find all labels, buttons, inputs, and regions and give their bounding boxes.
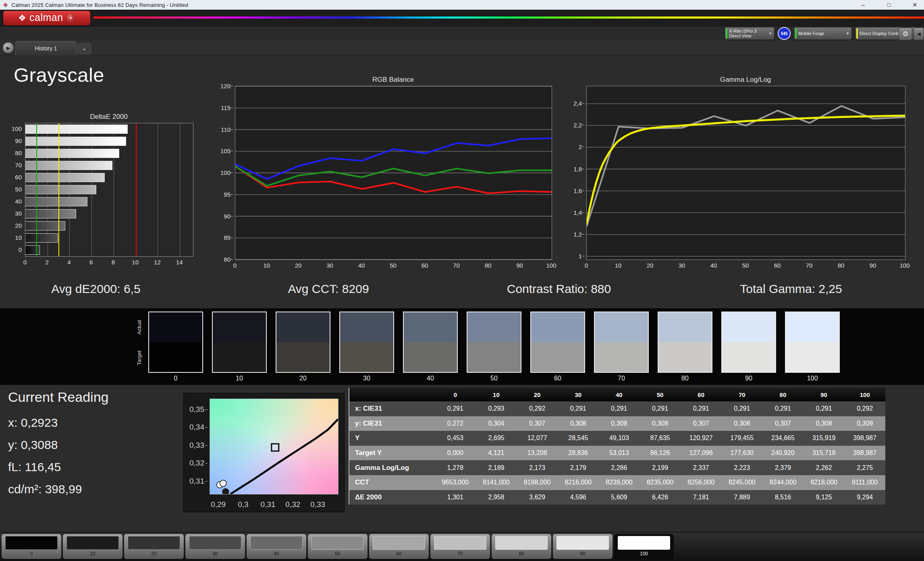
axis-tick-label: 0,29 — [211, 500, 226, 509]
patch-button-90[interactable]: 90 — [553, 534, 613, 559]
device-sublabel: Direct View — [729, 33, 774, 38]
gamma-x-axis: 0102030405060708090100 — [586, 262, 905, 271]
spectrum-gradient-bar — [93, 17, 924, 19]
menu-bar: ❖ calman ▼ — [0, 10, 924, 27]
axis-tick-label: 90 — [224, 212, 230, 219]
actual-color — [595, 312, 648, 342]
axis-tick-label: 50 — [390, 262, 397, 269]
table-cell: 8235,000 — [640, 479, 681, 486]
table-cell: 0,000 — [435, 449, 476, 457]
table-cell: 0,308 — [599, 420, 640, 427]
axis-tick — [205, 427, 208, 428]
patch-button-70[interactable]: 70 — [430, 534, 490, 559]
patch-level-label: 100 — [614, 551, 674, 557]
maximize-icon[interactable]: □ — [884, 2, 894, 8]
axis-tick — [230, 216, 233, 216]
table-row-label: Gamma Log/Log — [349, 464, 435, 472]
axis-tick — [230, 194, 233, 195]
axis-tick-label: 60 — [2, 171, 22, 183]
axis-tick-label: 0,35 — [189, 405, 204, 414]
settings-button[interactable]: ⚙ — [899, 27, 912, 40]
table-cell: 0,291 — [435, 405, 476, 412]
axis-tick — [230, 259, 233, 260]
calman-menu-button[interactable]: ❖ calman ▼ — [3, 11, 90, 25]
table-cell: 179,455 — [721, 434, 762, 442]
rgb-x-axis: 0102030405060708090100 — [235, 262, 551, 271]
deltae-bar-60 — [25, 173, 105, 182]
table-cell: 4,596 — [558, 494, 599, 501]
table-cell: 0,292 — [517, 405, 558, 412]
axis-tick-label: 30 — [326, 262, 333, 269]
axis-tick-label: 0,3 — [238, 500, 248, 509]
device-status-stripe — [726, 28, 727, 39]
table-cell: 2,695 — [476, 434, 517, 442]
app-icon: ❖ — [3, 2, 8, 8]
table-cell: 120,927 — [681, 434, 722, 442]
axis-tick-label: 0,31 — [189, 477, 204, 486]
tab-history-1[interactable]: History 1 — [15, 41, 77, 55]
patch-swatch — [128, 536, 180, 550]
table-cell: 1,278 — [435, 464, 476, 472]
collapse-left-icon: ◀ — [917, 31, 920, 37]
axis-tick-label: 2 — [579, 143, 582, 150]
add-tab-icon: + — [83, 46, 86, 52]
axis-tick-label: 2,4 — [573, 100, 582, 107]
swatch-level-label: 40 — [403, 375, 458, 382]
table-cell: 2,179 — [558, 464, 599, 472]
axis-tick-label: 1,8 — [573, 165, 582, 172]
add-tab-button[interactable]: + — [77, 43, 91, 54]
axis-tick-label: 10 — [132, 259, 139, 266]
patch-button-60[interactable]: 60 — [369, 534, 429, 559]
axis-tick-label: 20 — [647, 262, 654, 269]
patch-button-20[interactable]: 20 — [124, 534, 184, 559]
target-row-label: Target — [136, 343, 144, 373]
table-row: ΔE 20001,3012,9583,6294,5965,6096,4267,1… — [349, 490, 885, 505]
gamma-chart-title: Gamma Log/Log — [586, 76, 905, 84]
table-cell: 2,286 — [599, 464, 640, 472]
deltae-bar-100 — [25, 125, 128, 134]
table-header-cell: 0 — [435, 391, 476, 398]
table-cell: 8111,000 — [844, 479, 885, 486]
meter-device-1[interactable]: Mobile Forge▼ — [794, 27, 852, 40]
meter-device-bar: X-Rite i1Pro 3Direct View▼545Mobile Forg… — [725, 27, 920, 40]
collapse-panel-button[interactable]: ◀ — [914, 27, 924, 40]
grayscale-swatch-100 — [785, 312, 840, 373]
deltae-bar-80 — [25, 149, 119, 158]
table-header-cell: 10 — [476, 391, 517, 398]
patch-swatch — [434, 536, 486, 550]
actual-color — [722, 312, 775, 342]
minimize-icon[interactable]: – — [858, 2, 868, 8]
rgb-balance-plot — [235, 86, 552, 260]
table-cell: 0,308 — [804, 420, 845, 427]
close-icon[interactable]: ✕ — [909, 2, 920, 8]
meter-device-0[interactable]: X-Rite i1Pro 3Direct View▼ — [725, 27, 774, 40]
swatch-level-label: 50 — [467, 375, 521, 382]
table-cell: 0,307 — [681, 420, 722, 427]
grayscale-swatch-60 — [530, 312, 585, 373]
table-cell: 0,291 — [762, 405, 804, 412]
patch-button-80[interactable]: 80 — [492, 534, 551, 559]
patch-button-30[interactable]: 30 — [185, 534, 245, 559]
table-header-cell: 100 — [844, 391, 885, 398]
meter-count-badge[interactable]: 545 — [778, 27, 791, 40]
axis-tick-label: 0 — [23, 259, 27, 266]
axis-tick-label: 80 — [485, 262, 492, 269]
target-color — [658, 342, 712, 372]
gridline — [158, 123, 158, 256]
actual-color — [149, 312, 202, 342]
deltae-bar-10 — [25, 233, 58, 243]
patch-button-40[interactable]: 40 — [247, 534, 306, 559]
axis-tick-label: 10 — [615, 262, 622, 269]
device-label: Mobile Forge — [798, 31, 851, 36]
reference-line — [58, 123, 59, 256]
patch-button-50[interactable]: 50 — [308, 534, 368, 559]
patch-button-0[interactable]: 0 — [2, 534, 61, 559]
table-header-cell: 70 — [721, 391, 762, 398]
patch-button-100[interactable]: 100 — [614, 534, 674, 559]
table-cell: 0,308 — [640, 420, 681, 427]
tab-nav-play-button[interactable]: ▶ — [2, 42, 14, 54]
table-cell: 177,630 — [721, 449, 762, 457]
reading-cdm2: cd/m²: 398,99 — [8, 482, 82, 496]
page-title: Grayscale — [14, 64, 104, 86]
patch-button-10[interactable]: 10 — [63, 534, 123, 559]
